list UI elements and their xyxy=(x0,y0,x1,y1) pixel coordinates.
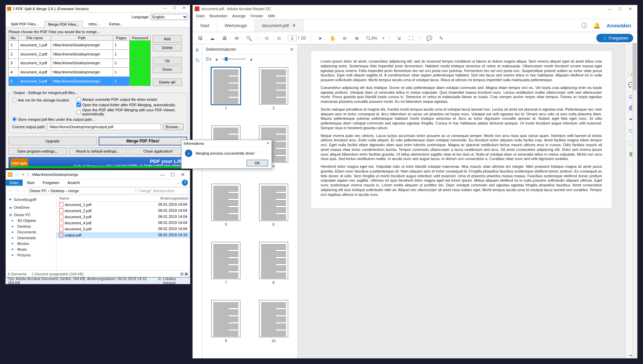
acro-titlebar[interactable]: document.pdf - Adobe Acrobat Reader DC ―… xyxy=(193,5,637,13)
delete-button[interactable]: Delete xyxy=(153,44,182,51)
menu-view[interactable]: Anzeige xyxy=(232,14,246,18)
sidebar-item[interactable]: ▸Documents xyxy=(8,229,54,235)
list-item[interactable]: document_5.pdf06.01.2019 14:04 xyxy=(57,226,190,232)
dialog-close-icon[interactable]: ✕ xyxy=(266,141,270,145)
zoom-out-icon[interactable]: ⊖ xyxy=(341,36,348,41)
mail-icon[interactable]: ✉ xyxy=(233,36,240,41)
table-row[interactable]: 3document_3.pdf\\Mac\Home\Desktop\merge\… xyxy=(9,59,151,68)
breadcrumb-pc[interactable]: Dieser PC xyxy=(30,189,47,193)
down-button[interactable]: Down xyxy=(153,66,182,73)
zoom-in-icon[interactable]: ⊕ xyxy=(353,36,360,41)
close-app-button[interactable]: Close application! xyxy=(129,147,187,155)
menu-file[interactable]: Datei xyxy=(196,14,205,18)
thumbnail[interactable]: 1 xyxy=(206,67,247,122)
scrollbar[interactable] xyxy=(632,43,637,358)
print-icon[interactable]: 🖶 xyxy=(221,36,228,41)
sidebar-item[interactable]: ▸Movies xyxy=(8,241,54,246)
ribbon-share[interactable]: Freigeben xyxy=(39,180,64,186)
nav-up-icon[interactable]: ↑ xyxy=(21,189,27,193)
save-icon[interactable]: 🖫 xyxy=(197,36,203,41)
close-button[interactable]: ✕ xyxy=(179,6,189,12)
share-button[interactable]: 👥Freigeben xyxy=(596,34,633,42)
bell-icon[interactable]: 🔔 xyxy=(593,22,600,29)
sidebar-onedrive[interactable]: ☁OneDrive xyxy=(8,204,54,210)
thumb-options-icon[interactable]: ☰▾ xyxy=(206,57,211,62)
list-item[interactable]: document_2.pdf06.01.2019 14:04 xyxy=(57,208,190,214)
zoom-value[interactable]: 71,6% xyxy=(366,36,377,41)
table-row[interactable]: 2document_2.pdf\\Mac\Home\Desktop\merge\… xyxy=(9,49,151,59)
menu-edit[interactable]: Bearbeiten xyxy=(210,14,228,18)
search-input[interactable]: "merge" durchsuchen xyxy=(137,187,188,194)
thumbnail[interactable]: 5 xyxy=(206,184,247,238)
col-modified[interactable]: Änderungsdatum xyxy=(153,195,190,201)
sidebar-thispc[interactable]: 🖥Dieser PC xyxy=(8,212,54,218)
thumbnail[interactable]: 7 xyxy=(206,242,247,297)
output-path-field[interactable] xyxy=(47,123,161,130)
thumb-size-small-icon[interactable]: ▲ xyxy=(215,57,219,62)
col-no[interactable]: No. xyxy=(9,36,19,41)
ribbon-file[interactable]: Datei xyxy=(6,180,23,186)
thumbnail[interactable]: 9 xyxy=(206,300,247,355)
thumbnails-close-icon[interactable]: ✕ xyxy=(290,47,294,52)
merge-pdf-button[interactable]: Merge PDF Files! xyxy=(99,137,187,145)
sidebar-item[interactable]: ▸3D-Objekte xyxy=(8,218,54,223)
thumbnail[interactable]: 10 xyxy=(253,300,294,355)
ok-button[interactable]: OK xyxy=(247,160,268,166)
minimize-button[interactable]: ― xyxy=(160,6,170,12)
chk-overwrite[interactable]: Always overwrite PDF output file when ex… xyxy=(77,97,184,101)
titlebar[interactable]: 7-PDF Split & Merge 2.8.1 (Freeware Vers… xyxy=(6,5,190,13)
attachments-icon[interactable]: 📎 xyxy=(195,58,200,63)
up-button[interactable]: Up xyxy=(153,57,182,64)
save-settings-button[interactable]: Save program-settings... xyxy=(8,147,67,155)
thumb-size-slider[interactable] xyxy=(222,59,246,60)
table-row[interactable]: 1document_1.pdf\\Mac\Home\Desktop\merge\… xyxy=(9,41,151,50)
page-current-field[interactable] xyxy=(288,35,297,41)
ribbon-start[interactable]: Start xyxy=(23,180,39,186)
document-viewport[interactable]: Lorem ipsum dolor sit amet, consectetur … xyxy=(298,44,625,358)
tab-tools[interactable]: Werkzeuge xyxy=(217,19,255,32)
cloud-icon[interactable]: ☁ xyxy=(209,36,216,41)
help-icon[interactable]: ? xyxy=(182,180,188,186)
tab-extras[interactable]: Extras... xyxy=(106,21,127,27)
sidebar-item[interactable]: ▸Music xyxy=(8,246,54,252)
sidebar-quick[interactable]: ★Schnellzugriff xyxy=(8,197,54,202)
col-path[interactable]: Path xyxy=(51,36,113,41)
sign-in-link[interactable]: Anmelden xyxy=(606,23,631,28)
arrow-tool-icon[interactable]: ➤ xyxy=(317,36,324,41)
chk-open-viewer[interactable]: Open the PDF after PDF-Merging with your… xyxy=(77,108,184,116)
delete-all-button[interactable]: Delete all! xyxy=(153,78,182,86)
tab-merge[interactable]: Merge PDF Files... xyxy=(44,21,83,28)
dialog-titlebar[interactable]: Informations ✕ xyxy=(181,140,272,147)
table-row[interactable]: 5document_5.pdf\\Mac\Home\Desktop\merge\… xyxy=(9,77,151,86)
thumbnail[interactable]: 8 xyxy=(253,242,294,297)
list-item[interactable]: document_1.pdf06.01.2019 14:04 xyxy=(57,202,190,208)
breadcrumb-desktop[interactable]: Desktop xyxy=(51,189,64,193)
acro-min-button[interactable]: ― xyxy=(605,7,615,11)
browse-button[interactable]: Browse... xyxy=(163,123,184,130)
exp-close-button[interactable]: ✕ xyxy=(178,172,188,177)
add-button[interactable]: Add xyxy=(153,35,182,43)
upgrade-button[interactable]: Upgrade xyxy=(8,137,97,145)
acro-max-button[interactable]: ☐ xyxy=(615,7,625,11)
thumbnail[interactable]: 2 xyxy=(253,67,294,122)
tab-start[interactable]: Start xyxy=(193,19,217,32)
sidebar-item[interactable]: ▸Pictures xyxy=(8,252,54,258)
nav-fwd-icon[interactable]: → xyxy=(15,189,20,193)
breadcrumb[interactable]: Dieser PC› Desktop› merge xyxy=(28,187,136,194)
list-item[interactable]: document_4.pdf06.01.2019 14:04 xyxy=(57,220,190,226)
ribbon-expand-icon[interactable]: ⌄ xyxy=(177,181,180,185)
chk-open-folder[interactable]: Open the output-folder after PDF-Merging… xyxy=(77,103,184,107)
acro-close-button[interactable]: ✕ xyxy=(625,7,635,11)
reset-settings-button[interactable]: Reset to default-settings... xyxy=(69,147,127,155)
sidebar-item[interactable]: ▸Downloads xyxy=(8,235,54,241)
tab-infos[interactable]: Infos... xyxy=(85,21,104,27)
ribbon-view[interactable]: Ansicht xyxy=(63,180,84,186)
page-thumbnails-icon[interactable]: 🗎 xyxy=(195,48,199,52)
exp-max-button[interactable]: ☐ xyxy=(168,172,178,177)
fit-width-icon[interactable]: ⇲ xyxy=(395,36,402,41)
radio-store[interactable]: Store merged pdf-files under this output… xyxy=(12,117,184,121)
list-item[interactable]: output.pdf06.01.2019 14:10 xyxy=(57,232,190,238)
hand-tool-icon[interactable]: ✋ xyxy=(329,36,336,41)
col-password[interactable]: Password xyxy=(130,36,151,41)
file-grid[interactable]: No. File name Path Pages Password 1docum… xyxy=(8,35,151,86)
